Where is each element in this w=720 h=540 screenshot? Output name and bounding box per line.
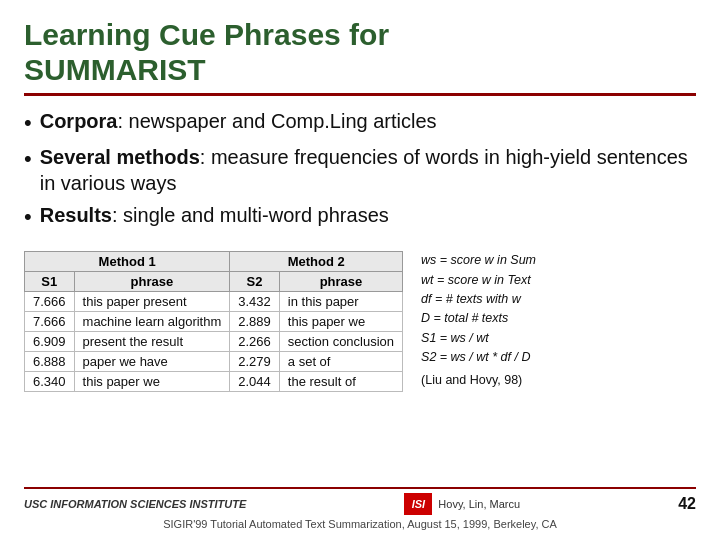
main-content: Method 1 Method 2 S1 phrase S2 phrase 7.… bbox=[24, 251, 696, 479]
isi-logo: ISI bbox=[404, 493, 432, 515]
cell-phrase2: a set of bbox=[279, 352, 402, 372]
bullet-results: • Results: single and multi-word phrases bbox=[24, 202, 696, 232]
slide: Learning Cue Phrases for SUMMARIST • Cor… bbox=[0, 0, 720, 540]
col-s2: S2 bbox=[230, 272, 280, 292]
data-table: Method 1 Method 2 S1 phrase S2 phrase 7.… bbox=[24, 251, 403, 392]
formula-line: S1 = ws / wt bbox=[421, 329, 696, 348]
cell-phrase1: paper we have bbox=[74, 352, 230, 372]
formula-line: S2 = ws / wt * df / D bbox=[421, 348, 696, 367]
cell-phrase1: machine learn algorithm bbox=[74, 312, 230, 332]
bullet-dot: • bbox=[24, 109, 32, 138]
bullet-dot: • bbox=[24, 203, 32, 232]
footer-authors: Hovy, Lin, Marcu bbox=[438, 498, 520, 510]
title-line1: Learning Cue Phrases for bbox=[24, 18, 389, 51]
table-row: 7.666 this paper present 3.432 in this p… bbox=[25, 292, 403, 312]
footer: USC INFORMATION SCIENCES INSTITUTE ISI H… bbox=[24, 487, 696, 515]
method2-header: Method 2 bbox=[230, 252, 403, 272]
cell-phrase2: section conclusion bbox=[279, 332, 402, 352]
bullet-corpora: • Corpora: newspaper and Comp.Ling artic… bbox=[24, 108, 696, 138]
cell-phrase2: the result of bbox=[279, 372, 402, 392]
cell-phrase1: present the result bbox=[74, 332, 230, 352]
cell-s1: 7.666 bbox=[25, 312, 75, 332]
title-area: Learning Cue Phrases for SUMMARIST bbox=[24, 18, 696, 96]
formula-line: ws = score w in Sum bbox=[421, 251, 696, 270]
table-row: 6.340 this paper we 2.044 the result of bbox=[25, 372, 403, 392]
bullet-methods: • Several methods: measure frequencies o… bbox=[24, 144, 696, 196]
formulas-area: ws = score w in Sumwt = score w in Textd… bbox=[413, 251, 696, 479]
table-row: 6.909 present the result 2.266 section c… bbox=[25, 332, 403, 352]
cell-phrase2: this paper we bbox=[279, 312, 402, 332]
bullet-text: Several methods: measure frequencies of … bbox=[40, 144, 696, 196]
formula-cite: (Liu and Hovy, 98) bbox=[421, 371, 696, 390]
cell-s2: 2.266 bbox=[230, 332, 280, 352]
bullet-dot: • bbox=[24, 145, 32, 174]
footer-institute: USC INFORMATION SCIENCES INSTITUTE bbox=[24, 498, 246, 510]
bullet-text: Corpora: newspaper and Comp.Ling article… bbox=[40, 108, 437, 134]
footer-center: ISI Hovy, Lin, Marcu bbox=[404, 493, 520, 515]
cell-s2: 3.432 bbox=[230, 292, 280, 312]
cell-s1: 6.909 bbox=[25, 332, 75, 352]
table-row: 7.666 machine learn algorithm 2.889 this… bbox=[25, 312, 403, 332]
cell-phrase2: in this paper bbox=[279, 292, 402, 312]
col-s1: S1 bbox=[25, 272, 75, 292]
bullet-text: Results: single and multi-word phrases bbox=[40, 202, 389, 228]
bottom-bar: SIGIR'99 Tutorial Automated Text Summari… bbox=[24, 515, 696, 530]
cell-s1: 6.888 bbox=[25, 352, 75, 372]
cell-s1: 7.666 bbox=[25, 292, 75, 312]
title-line2: SUMMARIST bbox=[24, 53, 206, 86]
table-area: Method 1 Method 2 S1 phrase S2 phrase 7.… bbox=[24, 251, 403, 479]
cell-s1: 6.340 bbox=[25, 372, 75, 392]
method1-header: Method 1 bbox=[25, 252, 230, 272]
page-number: 42 bbox=[678, 495, 696, 513]
formula-line: D = total # texts bbox=[421, 309, 696, 328]
slide-title: Learning Cue Phrases for SUMMARIST bbox=[24, 18, 696, 87]
bullet-list: • Corpora: newspaper and Comp.Ling artic… bbox=[24, 108, 696, 237]
cell-s2: 2.279 bbox=[230, 352, 280, 372]
cell-s2: 2.889 bbox=[230, 312, 280, 332]
formula-line: df = # texts with w bbox=[421, 290, 696, 309]
cell-phrase1: this paper we bbox=[74, 372, 230, 392]
col-phrase2: phrase bbox=[279, 272, 402, 292]
col-phrase1: phrase bbox=[74, 272, 230, 292]
cell-s2: 2.044 bbox=[230, 372, 280, 392]
table-row: 6.888 paper we have 2.279 a set of bbox=[25, 352, 403, 372]
formula-line: wt = score w in Text bbox=[421, 271, 696, 290]
cell-phrase1: this paper present bbox=[74, 292, 230, 312]
